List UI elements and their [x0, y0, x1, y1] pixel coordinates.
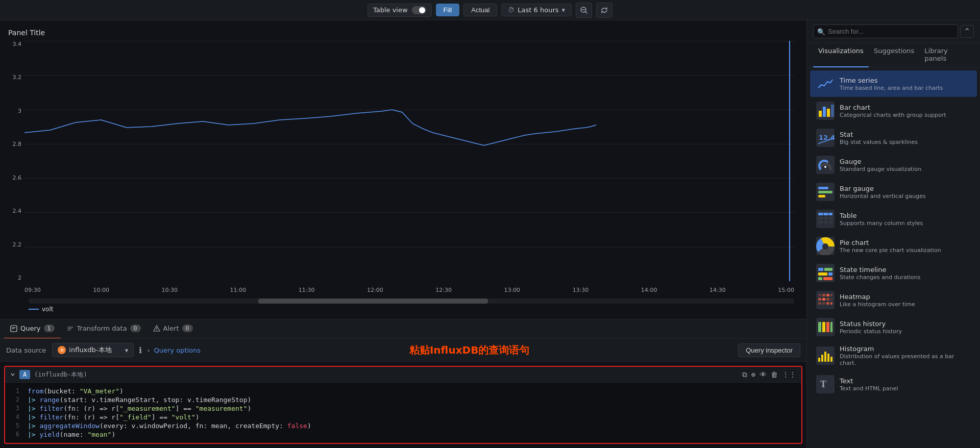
scroll-thumb[interactable] [258, 298, 488, 304]
statushistory-icon [816, 318, 835, 336]
tab-visualizations[interactable]: Visualizations [813, 43, 869, 67]
chart-svg [24, 41, 794, 281]
histogram-icon [816, 346, 835, 365]
datasource-value: influxdb-本地 [69, 345, 111, 355]
x-label-3: 11:00 [230, 287, 247, 293]
viz-item-timeseries[interactable]: Time series Time based line, area and ba… [810, 70, 977, 97]
drag-icon[interactable]: ⋮⋮ [782, 370, 796, 379]
actual-button[interactable]: Actual [463, 4, 497, 16]
code-editor[interactable]: A (influxdb-本地) ⧉ ⊕ 👁 🗑 ⋮⋮ 1 from(bucket [4, 366, 802, 444]
chart-grid [24, 41, 794, 281]
gauge-icon [816, 156, 835, 174]
svg-rect-42 [826, 294, 829, 296]
query-panel: Data source ⊛ influxdb-本地 ▾ ℹ › Query op… [0, 338, 806, 448]
table-view-switch[interactable] [412, 6, 426, 14]
tab-transform[interactable]: Transform data 0 [61, 319, 147, 339]
tab-suggestions[interactable]: Suggestions [869, 43, 919, 67]
svg-rect-37 [818, 277, 822, 280]
svg-rect-51 [830, 302, 832, 305]
transform-tab-icon [67, 325, 74, 332]
code-line-5: 5 |> aggregateWindow(every: v.windowPeri… [5, 421, 801, 430]
timeseries-icon [816, 74, 835, 93]
time-range-picker[interactable]: ⏱ Last 6 hours ▾ [501, 4, 572, 16]
collapse-icon[interactable] [10, 372, 15, 377]
svg-rect-33 [818, 268, 823, 271]
svg-rect-21 [818, 195, 825, 197]
delete-icon[interactable]: 🗑 [771, 370, 778, 379]
table-view-toggle[interactable]: Table view [368, 4, 432, 17]
svg-rect-48 [818, 302, 821, 305]
copy-icon[interactable]: ⧉ [742, 370, 747, 379]
text-name: Text [840, 377, 898, 385]
x-label-8: 13:30 [573, 287, 589, 293]
tab-query[interactable]: Query 1 [4, 319, 61, 339]
viz-item-gauge[interactable]: Gauge Standard gauge visualization [810, 152, 977, 178]
viz-item-statushistory[interactable]: Status history Periodic status history [810, 314, 977, 340]
viz-item-histogram[interactable]: Histogram Distribution of values present… [810, 341, 977, 370]
svg-rect-45 [822, 298, 825, 301]
code-editor-header: A (influxdb-本地) ⧉ ⊕ 👁 🗑 ⋮⋮ [5, 367, 801, 383]
gauge-info: Gauge Standard gauge visualization [840, 158, 921, 172]
viz-item-table[interactable]: Table Supports many column styles [810, 206, 977, 232]
svg-rect-60 [824, 352, 826, 362]
gauge-name: Gauge [840, 158, 921, 165]
collapse-right-panel-button[interactable]: ⌃ [960, 25, 974, 38]
code-editor-actions: ⧉ ⊕ 👁 🗑 ⋮⋮ [742, 370, 796, 379]
code-lines: 1 from(bucket: "VA_meter") 2 |> range(st… [5, 383, 801, 443]
viz-item-piechart[interactable]: Pie chart The new core pie chart visuali… [810, 233, 977, 259]
datasource-select[interactable]: ⊛ influxdb-本地 ▾ [52, 343, 134, 357]
eye-icon[interactable]: 👁 [760, 370, 767, 379]
tab-library-panels[interactable]: Library panels [919, 43, 974, 67]
duplicate-icon[interactable]: ⊕ [751, 370, 755, 379]
zoom-out-button[interactable] [576, 3, 592, 18]
viz-item-stat[interactable]: 12.4 Stat Big stat values & sparklines [810, 125, 977, 151]
tab-alert[interactable]: Alert 0 [147, 319, 199, 339]
table-icon [816, 210, 835, 228]
y-label-2: 3 [18, 108, 21, 114]
viz-item-heatmap[interactable]: Heatmap Like a histogram over time [810, 287, 977, 313]
legend-color [29, 309, 39, 310]
x-label-9: 14:00 [641, 287, 657, 293]
bargauge-info: Bar gauge Horizontal and vertical gauges [840, 185, 926, 200]
viz-item-statetimeline[interactable]: State timeline State changes and duratio… [810, 260, 977, 286]
y-axis: 3.4 3.2 3 2.8 2.6 2.4 2.2 2 [4, 41, 24, 281]
search-input[interactable] [813, 24, 958, 38]
query-label: A [19, 370, 30, 379]
refresh-button[interactable] [596, 3, 612, 18]
svg-rect-11 [823, 107, 826, 117]
viz-item-barchart[interactable]: Bar chart Categorical charts with group … [810, 97, 977, 124]
x-axis: 09:30 10:00 10:30 11:00 11:30 12:00 12:3… [24, 284, 794, 296]
chart-scrollbar[interactable] [29, 298, 794, 304]
query-tab-icon [10, 325, 17, 332]
svg-rect-50 [826, 302, 829, 305]
svg-point-7 [156, 330, 157, 330]
barchart-name: Bar chart [840, 104, 946, 111]
legend-label: volt [42, 306, 53, 313]
query-inspector-button[interactable]: Query inspector [738, 343, 800, 357]
bargauge-name: Bar gauge [840, 185, 926, 192]
top-toolbar: Table view Fill Actual ⏱ Last 6 hours ▾ [0, 0, 980, 20]
left-panel: Panel Title 3.4 3.2 3 2.8 2.6 2.4 2.2 2 [0, 20, 806, 448]
svg-rect-38 [823, 277, 832, 280]
table-view-label: Table view [373, 6, 408, 14]
transform-tab-label: Transform data [77, 325, 127, 332]
timeseries-info: Time series Time based line, area and ba… [840, 77, 943, 91]
svg-line-1 [585, 11, 587, 13]
piechart-desc: The new core pie chart visualization [840, 247, 941, 254]
bargauge-icon [816, 183, 835, 201]
viz-item-text[interactable]: T Text Text and HTML panel [810, 371, 977, 397]
gauge-desc: Standard gauge visualization [840, 166, 921, 172]
statushistory-info: Status history Periodic status history [840, 320, 902, 335]
time-range-label: Last 6 hours [518, 6, 558, 14]
info-button[interactable]: ℹ [138, 344, 143, 356]
timeseries-name: Time series [840, 77, 943, 84]
viz-item-bargauge[interactable]: Bar gauge Horizontal and vertical gauges [810, 179, 977, 205]
stat-info: Stat Big stat values & sparklines [840, 131, 918, 145]
fill-button[interactable]: Fill [436, 4, 460, 16]
histogram-desc: Distribution of values presented as a ba… [840, 353, 971, 366]
svg-rect-24 [818, 217, 832, 219]
x-label-5: 12:00 [367, 287, 383, 293]
svg-rect-59 [821, 355, 823, 362]
statushistory-name: Status history [840, 320, 902, 328]
query-options-link[interactable]: Query options [154, 346, 201, 354]
